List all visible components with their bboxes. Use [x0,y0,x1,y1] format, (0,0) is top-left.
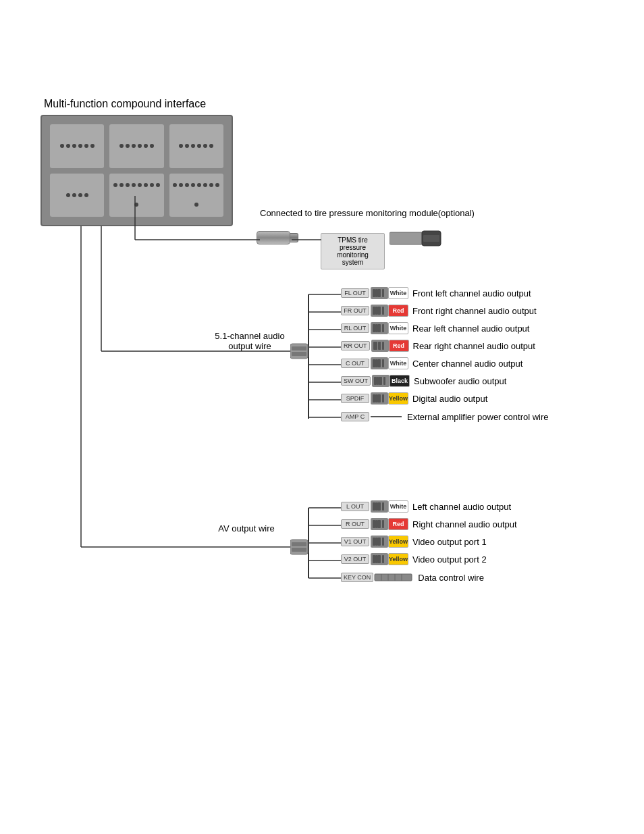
keycon-connector [373,571,414,584]
rl-out-cap: White [388,322,408,334]
r-out-label: Right channel audio output [412,519,517,529]
keycon-tag: KEY CON [341,573,373,582]
av-main-plug [290,537,311,559]
51-output-row-8: AMP C External amplifier power control w… [341,410,549,423]
51-output-row-1: FL OUT White Front left channel audio ou… [341,287,531,299]
fl-out-cap: White [388,287,408,299]
fr-out-connector [371,305,388,317]
connector-block-2 [109,124,163,168]
v1-out-label: Video output port 1 [412,537,487,547]
51-channel-label: 5.1-channel audiooutput wire [209,331,290,351]
spdif-tag: SPDIF [341,394,369,403]
fr-out-label: Front right channel audio output [412,306,537,316]
v1-out-tag: V1 OUT [341,537,369,546]
rr-out-connector [371,340,389,352]
spdif-connector [371,392,388,405]
ampc-tag: AMP C [341,412,369,421]
svg-rect-30 [292,548,306,552]
connector-block-3 [169,124,223,168]
page-title: Multi-function compound interface [44,98,206,110]
spdif-label: Digital audio output [412,394,487,404]
51-output-row-3: RL OUT White Rear left channel audio out… [341,322,529,334]
svg-rect-25 [290,344,308,359]
fr-out-tag: FR OUT [341,306,369,315]
rr-out-label: Rear right channel audio output [413,341,535,351]
sw-out-cap: Black [390,375,410,387]
51-output-row-7: SPDIF Yellow Digital audio output [341,392,487,405]
r-out-tag: R OUT [341,519,369,529]
c-out-cap: White [388,357,408,369]
tpms-box: TPMS tire pressure monitoring system [321,233,385,269]
c-out-connector [371,357,388,369]
rr-out-tag: RR OUT [341,341,370,350]
spdif-cap: Yellow [388,392,408,405]
rl-out-tag: RL OUT [341,323,369,333]
51-output-row-5: C OUT White Center channel audio output [341,357,522,369]
connector-block-6 [169,174,223,217]
av-output-row-3: V1 OUT Yellow Video output port 1 [341,536,487,548]
sw-out-connector [372,375,390,387]
av-output-row-2: R OUT Red Right channel audio output [341,518,517,530]
v2-out-cap: Yellow [388,553,408,565]
51-output-row-4: RR OUT Red Rear right channel audio outp… [341,340,535,352]
av-output-row-4: V2 OUT Yellow Video output port 2 [341,553,487,565]
keycon-label: Data control wire [418,573,484,583]
r-out-cap: Red [388,518,408,530]
av-output-row-5: KEY CON Data control wire [341,571,484,584]
51-output-row-2: FR OUT Red Front right channel audio out… [341,305,537,317]
connector-block-5 [109,174,163,217]
l-out-tag: L OUT [341,502,369,511]
tpms-label: Connected to tire pressure monitoring mo… [260,208,475,218]
v2-out-connector [371,553,388,565]
av-output-label: AV output wire [206,523,287,533]
l-out-connector [371,500,388,513]
svg-rect-32 [375,574,412,581]
v2-out-label: Video output port 2 [412,554,487,565]
sw-out-tag: SW OUT [341,376,371,386]
v1-out-connector [371,536,388,548]
rr-out-cap: Red [389,340,409,352]
connector-box [41,115,233,226]
rl-out-connector [371,322,388,334]
connector-block-4 [50,174,104,217]
51-output-row-6: SW OUT Black Subwoofer audio output [341,375,506,387]
fl-out-tag: FL OUT [341,288,369,298]
svg-rect-2 [423,235,439,242]
ampc-wire [369,410,403,423]
tpms-barrel [390,228,444,251]
av-output-row-1: L OUT White Left channel audio output [341,500,511,513]
svg-rect-28 [290,540,308,554]
fl-out-connector [371,287,388,299]
svg-rect-0 [390,232,423,244]
fl-out-label: Front left channel audio output [412,288,531,298]
connector-block-1 [50,124,104,168]
ampc-label: External amplifier power control wire [407,412,549,422]
51-main-plug [290,341,311,363]
fr-out-cap: Red [388,305,408,317]
svg-rect-29 [292,542,306,546]
c-out-tag: C OUT [341,359,369,368]
c-out-label: Center channel audio output [412,359,522,369]
l-out-label: Left channel audio output [412,502,511,512]
svg-rect-27 [292,352,306,356]
r-out-connector [371,518,388,530]
svg-rect-26 [292,346,306,350]
rl-out-label: Rear left channel audio output [412,323,529,334]
sw-out-label: Subwoofer audio output [414,376,506,386]
l-out-cap: White [388,500,408,513]
v1-out-cap: Yellow [388,536,408,548]
v2-out-tag: V2 OUT [341,554,369,564]
tpms-plug [257,231,298,244]
